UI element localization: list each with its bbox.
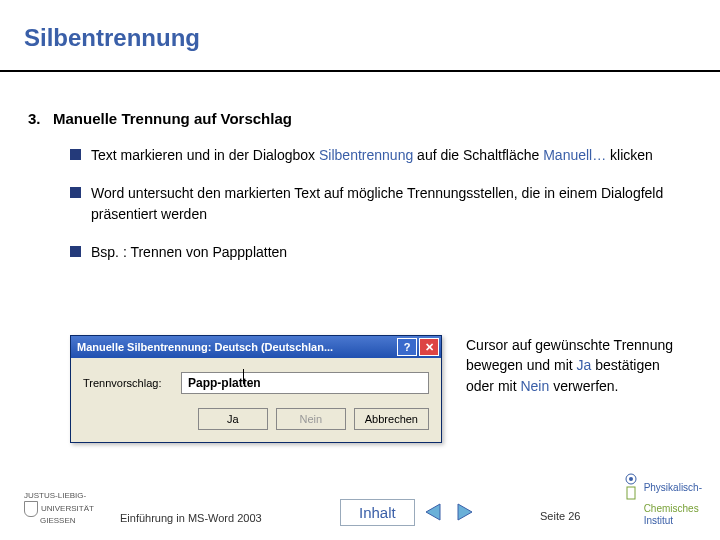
bullet-text: Word untersucht den markierten Text auf … (91, 183, 690, 224)
bullet-icon (70, 246, 81, 257)
bullet-list: Text markieren und in der Dialogbox Silb… (70, 145, 690, 280)
page-title: Silbentrennung (24, 24, 200, 52)
bullet-icon (70, 187, 81, 198)
prev-arrow-icon[interactable] (423, 502, 445, 522)
yes-button[interactable]: Ja (198, 408, 268, 430)
instruction-text: Cursor auf gewünschte Trennung bewegen u… (466, 335, 691, 396)
suggestion-label: Trennvorschlag: (83, 377, 173, 389)
footer: JUSTUS-LIEBIG- UNIVERSITÄT GIESSEN Einfü… (0, 486, 720, 526)
slide: Silbentrennung 3. Manuelle Trennung auf … (0, 0, 720, 540)
bullet-item: Text markieren und in der Dialogbox Silb… (70, 145, 690, 165)
bullet-item: Bsp. : Trennen von Pappplatten (70, 242, 690, 262)
title-underline (0, 70, 720, 72)
institute-icon (622, 473, 640, 504)
bullet-item: Word untersucht den markierten Text auf … (70, 183, 690, 224)
contents-button[interactable]: Inhalt (340, 499, 415, 526)
section-label: Manuelle Trennung auf Vorschlag (53, 110, 292, 127)
university-logo: JUSTUS-LIEBIG- UNIVERSITÄT GIESSEN (24, 492, 94, 526)
institute-logo: Physikalisch- Chemisches Institut (622, 473, 702, 527)
highlight: Nein (520, 378, 549, 394)
hyphenation-dialog: Manuelle Silbentrennung: Deutsch (Deutsc… (70, 335, 442, 443)
section-heading: 3. Manuelle Trennung auf Vorschlag (28, 110, 292, 127)
section-number: 3. (28, 110, 41, 127)
cancel-button[interactable]: Abbrechen (354, 408, 429, 430)
bullet-text: Bsp. : Trennen von Pappplatten (91, 242, 287, 262)
source-text: Einführung in MS-Word 2003 (120, 512, 262, 524)
help-button[interactable]: ? (397, 338, 417, 356)
bullet-text: Text markieren und in der Dialogbox Silb… (91, 145, 653, 165)
dialog-body: Trennvorschlag: Papp-platten Ja Nein Abb… (71, 358, 441, 442)
page-number: Seite 26 (540, 510, 580, 522)
close-button[interactable]: ✕ (419, 338, 439, 356)
svg-point-3 (629, 477, 633, 481)
bullet-icon (70, 149, 81, 160)
suggestion-field[interactable]: Papp-platten (181, 372, 429, 394)
dialog-titlebar[interactable]: Manuelle Silbentrennung: Deutsch (Deutsc… (71, 336, 441, 358)
svg-marker-0 (426, 504, 440, 520)
highlight: Manuell… (543, 147, 606, 163)
highlight: Ja (577, 357, 592, 373)
nav-group: Inhalt (340, 498, 475, 526)
highlight: Silbentrennung (319, 147, 413, 163)
svg-rect-4 (627, 487, 635, 499)
dialog-title: Manuelle Silbentrennung: Deutsch (Deutsc… (77, 341, 395, 353)
no-button: Nein (276, 408, 346, 430)
crest-icon (24, 501, 38, 517)
next-arrow-icon[interactable] (453, 502, 475, 522)
svg-marker-1 (458, 504, 472, 520)
